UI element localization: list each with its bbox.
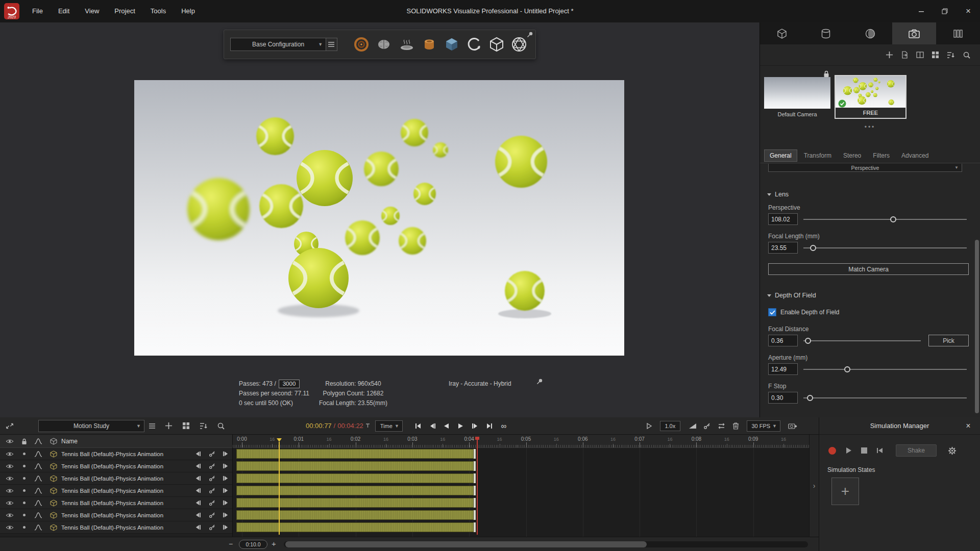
skip-start-icon[interactable] (876, 447, 884, 454)
timeline-track-bar[interactable] (233, 460, 809, 472)
focal-distance-input[interactable] (768, 335, 798, 346)
range-flag-icon[interactable] (645, 422, 654, 430)
tab-transform[interactable]: Transform (799, 150, 837, 161)
track-curve-icon[interactable] (31, 487, 46, 494)
grid-view-icon[interactable] (932, 51, 939, 59)
track-visible-icon[interactable] (2, 475, 17, 482)
menu-file[interactable]: File (24, 0, 51, 22)
menu-view[interactable]: View (77, 0, 107, 22)
timeline-expand-strip[interactable]: › (809, 435, 819, 537)
playhead[interactable] (279, 442, 280, 535)
track-next-key-icon[interactable] (219, 500, 232, 506)
scrollbar-thumb[interactable] (285, 541, 647, 547)
track-curve-icon[interactable] (31, 512, 46, 519)
track-visible-icon[interactable] (2, 500, 17, 506)
timeline-track-bar[interactable] (233, 472, 809, 485)
track-key-icon[interactable] (205, 475, 219, 482)
passes-limit-field[interactable]: 3000 (279, 380, 300, 388)
track-visible-icon[interactable] (2, 488, 17, 494)
track-solo-icon[interactable] (17, 477, 31, 480)
track-next-key-icon[interactable] (219, 451, 232, 457)
play-icon[interactable] (845, 447, 852, 454)
camera-thumbnail-default[interactable]: Default Camera (764, 77, 830, 117)
track-prev-key-icon[interactable] (190, 512, 205, 518)
lens-section-header[interactable]: Lens (767, 191, 789, 198)
material-bucket-icon[interactable] (419, 34, 439, 55)
track-next-key-icon[interactable] (219, 488, 232, 493)
export-icon[interactable] (901, 51, 909, 59)
pin-icon[interactable] (536, 378, 543, 385)
menu-project[interactable]: Project (107, 0, 142, 22)
panel-splitter[interactable]: ••• (760, 123, 980, 131)
close-icon[interactable]: × (962, 417, 975, 435)
scene-cube-icon[interactable] (442, 34, 461, 55)
track-solo-icon[interactable] (17, 502, 31, 504)
projection-select[interactable]: Perspective ▼ (768, 164, 962, 172)
camera-thumbnail-image[interactable] (836, 76, 905, 108)
slider-handle[interactable] (890, 216, 896, 222)
track-next-key-icon[interactable] (219, 512, 232, 518)
timeline-track-row[interactable]: Tennis Ball (Default)-Physics Animation (0, 509, 232, 521)
track-solo-icon[interactable] (17, 489, 31, 492)
track-curve-icon[interactable] (31, 463, 46, 470)
sort-icon[interactable] (200, 422, 208, 430)
fit-arrows-icon[interactable] (4, 422, 15, 430)
turntable-icon[interactable] (464, 34, 484, 55)
tab-environments[interactable] (848, 22, 892, 44)
gear-icon[interactable] (948, 446, 957, 455)
close-button[interactable]: × (957, 0, 980, 22)
perspective-slider[interactable] (803, 213, 967, 225)
grid-view-icon[interactable] (182, 422, 190, 430)
track-prev-key-icon[interactable] (190, 524, 205, 530)
menu-help[interactable]: Help (174, 0, 203, 22)
tab-columns[interactable] (936, 22, 980, 44)
track-visible-icon[interactable] (2, 463, 17, 469)
track-prev-key-icon[interactable] (190, 488, 205, 493)
track-key-icon[interactable] (205, 487, 219, 494)
f-stop-slider[interactable] (803, 392, 967, 404)
timeline-track-bar[interactable] (233, 448, 809, 460)
track-solo-icon[interactable] (17, 526, 31, 529)
track-key-icon[interactable] (205, 512, 219, 518)
stop-icon[interactable] (861, 447, 867, 454)
tab-filters[interactable]: Filters (868, 150, 895, 161)
tab-stereo[interactable]: Stereo (838, 150, 866, 161)
loop-icon[interactable]: ∞ (500, 422, 508, 430)
add-simulation-state-button[interactable]: + (831, 478, 859, 505)
zoom-in-button[interactable]: + (272, 539, 276, 548)
timeline-track-row[interactable]: Tennis Ball (Default)-Physics Animation (0, 521, 232, 534)
track-next-key-icon[interactable] (219, 524, 232, 530)
timeline-grid[interactable]: 0:00160:01160:02160:03160:04160:05160:06… (232, 435, 809, 537)
zoom-out-button[interactable]: − (229, 540, 233, 548)
slider-handle[interactable] (807, 395, 813, 401)
tab-advanced[interactable]: Advanced (896, 150, 934, 161)
timeline-track-bar[interactable] (233, 509, 809, 521)
focal-distance-slider[interactable] (803, 335, 921, 346)
camera-cube-icon[interactable] (487, 34, 507, 55)
aperture-slider[interactable] (803, 363, 967, 375)
track-key-icon[interactable] (205, 524, 219, 531)
step-forward-icon[interactable] (471, 422, 479, 430)
rendered-scene[interactable] (134, 80, 624, 356)
track-solo-icon[interactable] (17, 453, 31, 455)
viewport-3d[interactable]: Base Configuration ▼ (0, 22, 760, 417)
render-target-icon[interactable] (352, 34, 372, 55)
track-key-icon[interactable] (205, 463, 219, 469)
timeline-menu-icon[interactable] (147, 423, 157, 429)
step-back-icon[interactable] (428, 422, 436, 430)
speed-ramp-icon[interactable] (689, 423, 697, 429)
f-stop-input[interactable] (768, 392, 798, 404)
minimize-button[interactable] (910, 0, 933, 22)
track-curve-icon[interactable] (31, 475, 46, 482)
track-prev-key-icon[interactable] (190, 463, 205, 469)
configuration-menu-button[interactable] (326, 38, 337, 51)
motion-study-select[interactable]: Motion Study ▼ (38, 420, 144, 432)
timeline-track-row[interactable]: Tennis Ball (Default)-Physics Animation (0, 472, 232, 485)
timeline-ruler[interactable]: 0:00160:01160:02160:03160:04160:05160:06… (233, 435, 809, 448)
restore-button[interactable] (933, 0, 957, 22)
search-icon[interactable] (217, 422, 225, 430)
track-visible-icon[interactable] (2, 451, 17, 457)
timeline-track-row[interactable]: Tennis Ball (Default)-Physics Animation (0, 460, 232, 472)
zoom-range-field[interactable]: 0:10.0 (239, 540, 267, 549)
delete-icon[interactable] (732, 422, 740, 430)
